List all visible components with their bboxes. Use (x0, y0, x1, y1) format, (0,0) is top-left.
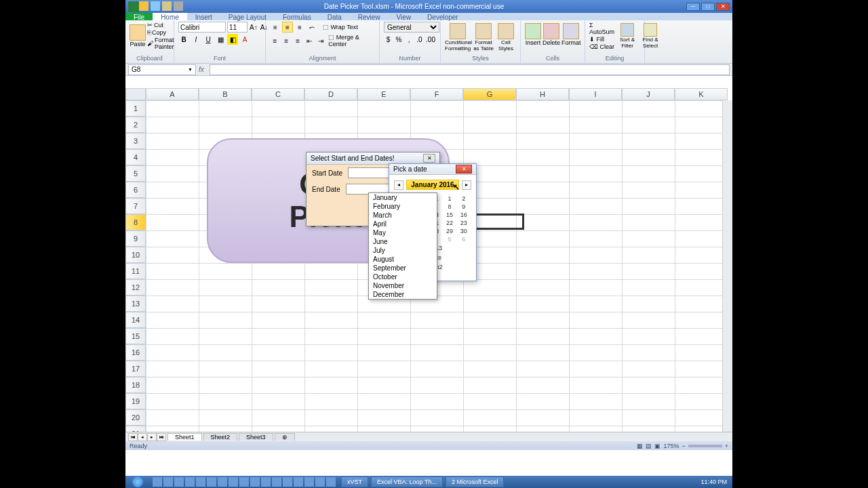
wrap-text-button[interactable]: ⬚ Wrap Text (323, 24, 358, 30)
tab-insert[interactable]: Insert (187, 13, 220, 20)
month-option-march[interactable]: March (369, 211, 437, 220)
align-left-icon[interactable]: ≡ (270, 35, 280, 46)
align-right-icon[interactable]: ≡ (293, 35, 303, 46)
conditional-formatting-button[interactable]: Conditional Formatting (445, 22, 471, 52)
italic-button[interactable]: I (191, 34, 201, 45)
view-normal-icon[interactable]: ▦ (637, 443, 643, 449)
calendar-day[interactable]: 30 (456, 227, 471, 235)
tray-icon[interactable] (163, 477, 173, 487)
taskbar-item-2[interactable]: Excel VBA: Loop Th... (371, 476, 443, 487)
col-header-A[interactable]: A (146, 88, 199, 100)
prev-month-button[interactable]: ◂ (394, 180, 403, 190)
tray-icon[interactable] (294, 477, 303, 487)
month-option-june[interactable]: June (369, 237, 437, 246)
month-year-button[interactable]: January 2016↖ (406, 180, 458, 190)
new-sheet-button[interactable]: ⊕ (275, 433, 295, 441)
align-bottom-icon[interactable]: ≡ (294, 22, 305, 33)
paste-button[interactable]: Paste (130, 22, 146, 50)
zoom-out-button[interactable]: − (682, 443, 685, 449)
col-header-F[interactable]: F (410, 88, 463, 100)
tray-icon[interactable] (304, 477, 314, 487)
decimal-increase-icon[interactable]: .0 (415, 34, 424, 45)
tray-icon[interactable] (207, 477, 216, 487)
row-header-5[interactable]: 5 (125, 165, 146, 182)
row-header-6[interactable]: 6 (125, 182, 146, 198)
tab-view[interactable]: View (389, 13, 420, 20)
dialog2-close-button[interactable]: ✕ (456, 165, 472, 174)
font-size-select[interactable] (227, 22, 248, 33)
tab-data[interactable]: Data (319, 13, 350, 20)
select-all-corner[interactable] (125, 88, 146, 100)
underline-button[interactable]: U (203, 34, 214, 45)
tab-formulas[interactable]: Formulas (275, 13, 319, 20)
col-header-D[interactable]: D (304, 88, 357, 100)
row-header-12[interactable]: 12 (125, 279, 146, 296)
sheet-nav-next-icon[interactable]: ▸ (147, 433, 157, 441)
month-option-january[interactable]: January (369, 193, 437, 202)
col-header-K[interactable]: K (675, 88, 728, 100)
row-header-16[interactable]: 16 (125, 344, 146, 361)
format-as-table-button[interactable]: Format as Table (472, 22, 495, 52)
border-button[interactable]: ▦ (215, 34, 226, 45)
sheet-nav-last-icon[interactable]: ⏭ (157, 433, 166, 441)
row-header-8[interactable]: 8 (125, 214, 146, 230)
comma-icon[interactable]: , (405, 34, 414, 45)
vertical-scrollbar[interactable] (722, 100, 732, 432)
calendar-day[interactable]: 2 (456, 195, 471, 203)
col-header-H[interactable]: H (516, 88, 569, 100)
fill-button[interactable]: ⬇ Fill (589, 36, 614, 43)
dialog1-close-button[interactable]: ✕ (423, 154, 435, 163)
currency-icon[interactable]: $ (384, 34, 393, 45)
align-middle-icon[interactable]: ≡ (282, 22, 293, 33)
tray-icon[interactable] (174, 477, 184, 487)
calendar-day[interactable]: 8 (443, 203, 457, 211)
row-header-11[interactable]: 11 (125, 263, 146, 279)
next-month-button[interactable]: ▸ (462, 180, 471, 190)
tray-icon[interactable] (326, 477, 336, 487)
autosum-button[interactable]: Σ AutoSum (589, 22, 614, 35)
calendar-day[interactable]: 5 (443, 235, 457, 243)
month-option-february[interactable]: February (369, 202, 437, 211)
decimal-decrease-icon[interactable]: .00 (425, 34, 436, 45)
increase-font-icon[interactable]: A↑ (249, 22, 258, 33)
system-clock[interactable]: 11:40 PM (695, 479, 732, 485)
row-header-20[interactable]: 20 (125, 409, 146, 426)
fill-color-button[interactable]: ◧ (227, 34, 238, 45)
delete-cells-button[interactable]: Delete (542, 22, 560, 46)
maximize-button[interactable]: □ (701, 3, 715, 11)
month-option-april[interactable]: April (369, 220, 437, 228)
format-painter-button[interactable]: 🖌 Format Painter (147, 37, 174, 50)
calendar-day[interactable]: 16 (456, 211, 471, 219)
align-top-icon[interactable]: ≡ (270, 22, 281, 33)
col-header-I[interactable]: I (569, 88, 622, 100)
bold-button[interactable]: B (178, 34, 189, 45)
tray-icon[interactable] (185, 477, 195, 487)
clear-button[interactable]: ⌫ Clear (589, 43, 614, 50)
calendar-day[interactable]: 9 (456, 203, 471, 211)
row-header-4[interactable]: 4 (125, 149, 146, 165)
col-header-C[interactable]: C (252, 88, 304, 100)
sheet-nav-prev-icon[interactable]: ◂ (138, 433, 147, 441)
month-option-november[interactable]: November (369, 281, 437, 290)
row-header-17[interactable]: 17 (125, 361, 146, 377)
view-break-icon[interactable]: ▣ (654, 443, 660, 449)
month-option-may[interactable]: May (369, 228, 437, 237)
tray-icon[interactable] (196, 477, 205, 487)
cell-styles-button[interactable]: Cell Styles (496, 22, 515, 52)
row-header-14[interactable]: 14 (125, 312, 146, 328)
sheet-tab-3[interactable]: Sheet3 (239, 433, 273, 441)
row-header-3[interactable]: 3 (125, 133, 146, 149)
row-header-7[interactable]: 7 (125, 198, 146, 214)
format-cells-button[interactable]: Format (561, 22, 581, 46)
row-header-18[interactable]: 18 (125, 377, 146, 393)
tray-icon[interactable] (250, 477, 260, 487)
quick-access-toolbar[interactable] (139, 1, 183, 11)
copy-button[interactable]: ⎘ Copy (147, 29, 174, 36)
row-header-13[interactable]: 13 (125, 296, 146, 312)
taskbar-item-1[interactable]: xVST (341, 476, 368, 487)
indent-increase-icon[interactable]: ⇥ (315, 35, 326, 46)
orientation-icon[interactable]: ⤺ (307, 22, 317, 33)
indent-decrease-icon[interactable]: ⇤ (304, 35, 315, 46)
sheet-tab-1[interactable]: Sheet1 (167, 433, 202, 441)
calendar-day[interactable]: 22 (443, 219, 457, 227)
